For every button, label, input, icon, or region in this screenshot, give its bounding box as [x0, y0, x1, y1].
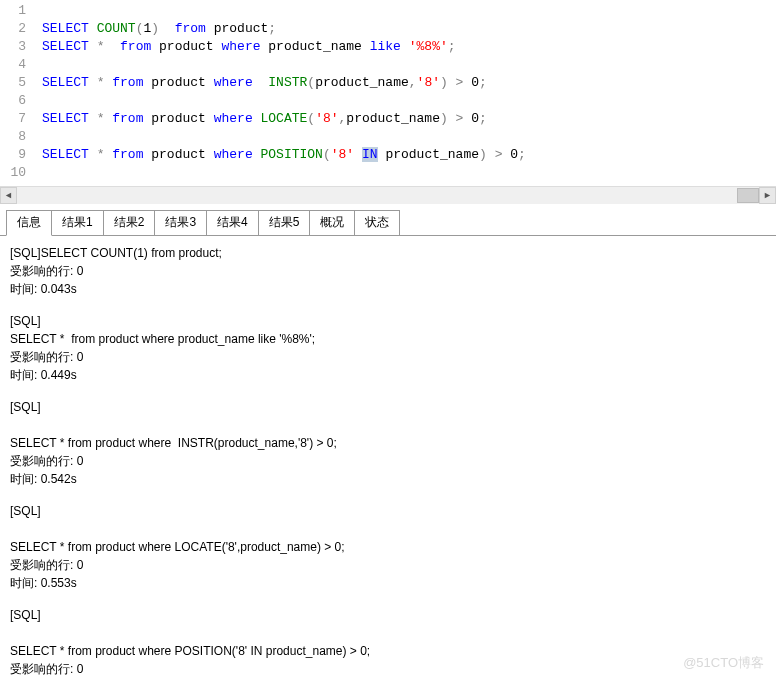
scroll-track[interactable]: [17, 187, 759, 204]
code-line[interactable]: 7SELECT * from product where LOCATE('8',…: [0, 110, 776, 128]
code-token: [159, 21, 175, 36]
code-token: product_name: [346, 111, 440, 126]
output-line: 受影响的行: 0: [10, 348, 766, 366]
code-token: ): [440, 75, 448, 90]
code-token: SELECT: [42, 75, 89, 90]
code-line[interactable]: 6: [0, 92, 776, 110]
code-content[interactable]: [36, 164, 776, 182]
scroll-left-arrow-icon[interactable]: ◄: [0, 187, 17, 204]
output-line: [10, 416, 766, 434]
code-line[interactable]: 2SELECT COUNT(1) from product;: [0, 20, 776, 38]
code-line[interactable]: 1: [0, 2, 776, 20]
tab-概况[interactable]: 概况: [309, 210, 355, 235]
line-number: 8: [0, 128, 36, 146]
output-block: [SQL]SELECT * from product where product…: [10, 312, 766, 384]
code-token: '8': [417, 75, 440, 90]
code-token: from: [112, 75, 143, 90]
code-token: from: [120, 39, 151, 54]
tab-状态[interactable]: 状态: [354, 210, 400, 235]
code-token: '8': [331, 147, 354, 162]
code-token: SELECT: [42, 21, 89, 36]
output-line: 时间: 0.449s: [10, 366, 766, 384]
output-line: 受影响的行: 0: [10, 262, 766, 280]
horizontal-scrollbar[interactable]: ◄ ►: [0, 186, 776, 203]
code-token: ;: [268, 21, 276, 36]
code-token: [89, 147, 97, 162]
code-token: ;: [479, 111, 487, 126]
code-content[interactable]: [36, 2, 776, 20]
code-token: product: [143, 75, 213, 90]
code-line[interactable]: 10: [0, 164, 776, 182]
code-content[interactable]: SELECT * from product where POSITION('8'…: [36, 146, 776, 164]
code-line[interactable]: 3SELECT * from product where product_nam…: [0, 38, 776, 56]
tab-信息[interactable]: 信息: [6, 210, 52, 236]
output-line: SELECT * from product where product_name…: [10, 330, 766, 348]
output-line: 时间: 0.553s: [10, 574, 766, 592]
output-line: 受影响的行: 0: [10, 452, 766, 470]
code-content[interactable]: [36, 128, 776, 146]
code-token: where: [221, 39, 260, 54]
scroll-right-arrow-icon[interactable]: ►: [759, 187, 776, 204]
scroll-thumb[interactable]: [737, 188, 759, 203]
code-token: [253, 75, 269, 90]
code-token: (: [307, 111, 315, 126]
tab-结果2[interactable]: 结果2: [103, 210, 156, 235]
output-block: [SQL] SELECT * from product where POSITI…: [10, 606, 766, 678]
code-token: INSTR: [268, 75, 307, 90]
tab-结果3[interactable]: 结果3: [154, 210, 207, 235]
code-token: product: [151, 39, 221, 54]
code-token: where: [214, 75, 253, 90]
output-line: SELECT * from product where POSITION('8'…: [10, 642, 766, 660]
code-token: where: [214, 147, 253, 162]
code-content[interactable]: [36, 92, 776, 110]
code-token: from: [112, 111, 143, 126]
code-token: from: [175, 21, 206, 36]
tab-结果5[interactable]: 结果5: [258, 210, 311, 235]
line-number: 1: [0, 2, 36, 20]
code-token: ,: [409, 75, 417, 90]
code-content[interactable]: SELECT * from product where LOCATE('8',p…: [36, 110, 776, 128]
code-token: from: [112, 147, 143, 162]
code-token: ;: [448, 39, 456, 54]
code-token: 0: [502, 147, 518, 162]
code-content[interactable]: [36, 56, 776, 74]
code-token: product_name: [261, 39, 370, 54]
sql-editor[interactable]: 12SELECT COUNT(1) from product;3SELECT *…: [0, 0, 776, 204]
line-number: 3: [0, 38, 36, 56]
code-line[interactable]: 8: [0, 128, 776, 146]
code-token: 0: [463, 111, 479, 126]
output-block: [SQL]SELECT COUNT(1) from product;受影响的行:…: [10, 244, 766, 298]
output-line: [SQL]: [10, 502, 766, 520]
code-content[interactable]: SELECT COUNT(1) from product;: [36, 20, 776, 38]
line-number: 2: [0, 20, 36, 38]
code-token: [401, 39, 409, 54]
code-token: SELECT: [42, 111, 89, 126]
line-number: 10: [0, 164, 36, 182]
tab-结果4[interactable]: 结果4: [206, 210, 259, 235]
code-token: ;: [479, 75, 487, 90]
code-line[interactable]: 4: [0, 56, 776, 74]
output-panel[interactable]: [SQL]SELECT COUNT(1) from product;受影响的行:…: [0, 236, 776, 678]
code-token: 0: [463, 75, 479, 90]
code-token: product: [143, 111, 213, 126]
code-line[interactable]: 5SELECT * from product where INSTR(produ…: [0, 74, 776, 92]
output-line: [10, 624, 766, 642]
code-token: [487, 147, 495, 162]
code-content[interactable]: SELECT * from product where INSTR(produc…: [36, 74, 776, 92]
code-token: [89, 21, 97, 36]
watermark: @51CTO博客: [683, 654, 764, 672]
line-number: 6: [0, 92, 36, 110]
output-line: [SQL]SELECT COUNT(1) from product;: [10, 244, 766, 262]
line-number: 7: [0, 110, 36, 128]
tab-结果1[interactable]: 结果1: [51, 210, 104, 235]
code-line[interactable]: 9SELECT * from product where POSITION('8…: [0, 146, 776, 164]
code-token: like: [370, 39, 401, 54]
line-number: 5: [0, 74, 36, 92]
output-line: [SQL]: [10, 312, 766, 330]
code-token: ;: [518, 147, 526, 162]
code-token: SELECT: [42, 147, 89, 162]
code-token: [253, 147, 261, 162]
code-token: COUNT: [97, 21, 136, 36]
code-token: [448, 75, 456, 90]
code-content[interactable]: SELECT * from product where product_name…: [36, 38, 776, 56]
